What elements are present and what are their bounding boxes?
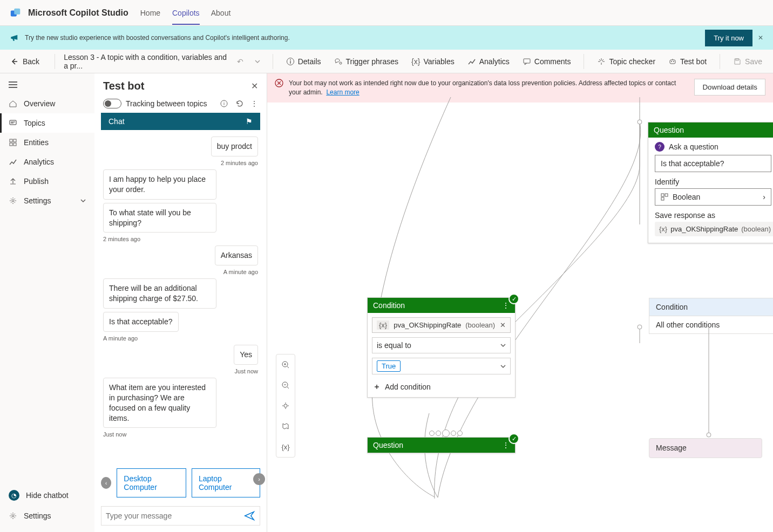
topics-icon [9,119,17,127]
add-node-handle[interactable] [429,431,463,437]
refresh-icon[interactable] [235,99,244,108]
node-menu-icon[interactable]: ⋮ [502,441,510,449]
details-button[interactable]: Details [281,54,327,69]
toolbar: Back Lesson 3 - A topic with a condition… [0,50,773,73]
megaphone-icon [10,33,19,43]
minimap-button[interactable] [276,416,295,436]
divider [584,54,584,69]
nav-entities[interactable]: Entities [0,133,94,152]
nav-home[interactable]: Home [140,9,160,24]
save-icon [733,57,742,66]
undo-dropdown[interactable] [250,54,265,69]
header-nav: Home Copilots About [140,9,241,17]
nav-copilots[interactable]: Copilots [172,9,200,25]
nav-overview[interactable]: Overview [0,94,94,113]
banner-close-icon[interactable]: ✕ [758,34,763,42]
node-menu-icon[interactable]: ⋮ [502,301,510,310]
back-label: Back [23,57,39,66]
nav-settings[interactable]: Settings [0,191,94,210]
variables-panel-button[interactable]: {x} [276,436,295,457]
learn-more-link[interactable]: Learn more [326,88,359,96]
connector [708,327,709,440]
svg-rect-14 [10,143,12,146]
question-node-2[interactable]: ✓ Question⋮ [367,437,516,453]
clear-variable-icon[interactable]: ✕ [500,321,506,329]
svg-rect-13 [13,139,16,142]
testbot-menu-icon[interactable]: ⋮ [250,99,258,108]
ask-a-question-label: Ask a question [669,142,718,151]
brand-title: Microsoft Copilot Studio [28,8,128,18]
nav-analytics[interactable]: Analytics [0,152,94,172]
question-node-2-header: Question⋮ [368,438,515,453]
chevron-down-icon [500,364,506,369]
topic-checker-button[interactable]: Topic checker [592,54,661,69]
condition-node[interactable]: ✓ Condition⋮ {x}pva_OKShippingRate(boole… [367,297,516,398]
zoom-out-button[interactable] [276,375,295,395]
condition-operator-select[interactable]: is equal to [372,337,511,353]
app-header: Microsoft Copilot Studio Home Copilots A… [0,0,773,26]
suggestion-laptop[interactable]: Laptop Computer› [192,468,260,497]
condition-else-node[interactable]: Condition All other conditions [649,298,773,334]
question-node-header: Question [648,122,773,138]
analytics-button[interactable]: Analytics [462,54,515,69]
hide-chatbot-button[interactable]: ◔Hide chatbot [0,485,94,506]
divider [55,54,55,69]
chat-timestamp: 2 minutes ago [221,160,258,166]
svg-point-9 [673,61,674,62]
download-details-button[interactable]: Download details [694,79,765,96]
add-condition-button[interactable]: ＋Add condition [368,379,515,397]
variable-icon: {x} [377,320,389,330]
message-input[interactable] [106,511,243,520]
question-text-field[interactable]: Is that acceptable? [655,155,771,172]
nav-publish[interactable]: Publish [0,172,94,191]
save-button[interactable]: Save [728,54,768,69]
nav-about[interactable]: About [211,9,231,24]
test-bot-panel: Test bot ✕ Tracking between topics i ⋮ C… [94,73,267,532]
authoring-canvas[interactable]: Your bot may not work as intended right … [267,73,773,532]
chat-timestamp: A minute ago [103,335,138,342]
back-button[interactable]: Back [0,57,49,66]
undo-button[interactable]: ↶ [233,54,248,69]
try-it-now-button[interactable]: Try it now [705,30,752,46]
chat-timestamp: Just now [103,431,126,438]
suggestion-next[interactable]: › [253,473,265,485]
condition-variable-chip[interactable]: {x}pva_OKShippingRate(boolean)✕ [372,317,511,333]
flag-icon[interactable]: ⚑ [246,117,253,126]
chat-msg-user: buy prodct [211,137,258,156]
message-node[interactable]: Message [649,438,773,458]
close-testbot-icon[interactable]: ✕ [251,81,258,91]
testbot-title: Test bot [103,80,144,92]
question-node[interactable]: Question ?Ask a question Is that accepta… [648,122,773,243]
svg-point-8 [671,61,672,62]
gear-icon [9,196,17,205]
compose-box [101,506,260,526]
suggestion-desktop[interactable]: Desktop Computer [117,468,186,497]
variable-pill[interactable]: {x}pva_OKShippingRate(boolean)✎ [655,222,773,236]
suggestion-prev[interactable]: ‹ [101,477,111,489]
identify-select[interactable]: Boolean› [655,188,771,206]
test-bot-button[interactable]: Test bot [663,54,712,69]
svg-rect-10 [736,59,738,60]
info-icon[interactable]: i [220,100,228,107]
condition-value-select[interactable]: True [372,358,511,374]
tracking-label: Tracking between topics [126,99,216,108]
hamburger-icon[interactable] [0,77,94,94]
zoom-in-button[interactable] [276,354,295,375]
send-icon[interactable] [243,510,255,522]
chat-timestamp: A minute ago [223,269,258,275]
zoom-fit-button[interactable] [276,395,295,416]
chat-msg-bot: I am happy to help you place your order. [103,169,216,200]
svg-point-5 [340,62,342,64]
chat-title: Chat [109,117,125,126]
svg-point-21 [638,120,642,124]
comments-button[interactable]: Comments [517,54,577,69]
chat-header: Chat ⚑ [101,113,260,130]
chat-timestamp: 2 minutes ago [103,236,140,242]
chat-msg-bot: To what state will you be shipping? [103,203,216,233]
footer-settings[interactable]: Settings [0,506,94,526]
tracking-toggle[interactable] [103,99,121,108]
trigger-phrases-button[interactable]: Trigger phrases [329,54,404,69]
variables-button[interactable]: {x}Variables [406,54,460,69]
nav-topics[interactable]: Topics [0,113,94,133]
variable-icon: {x} [411,57,420,66]
